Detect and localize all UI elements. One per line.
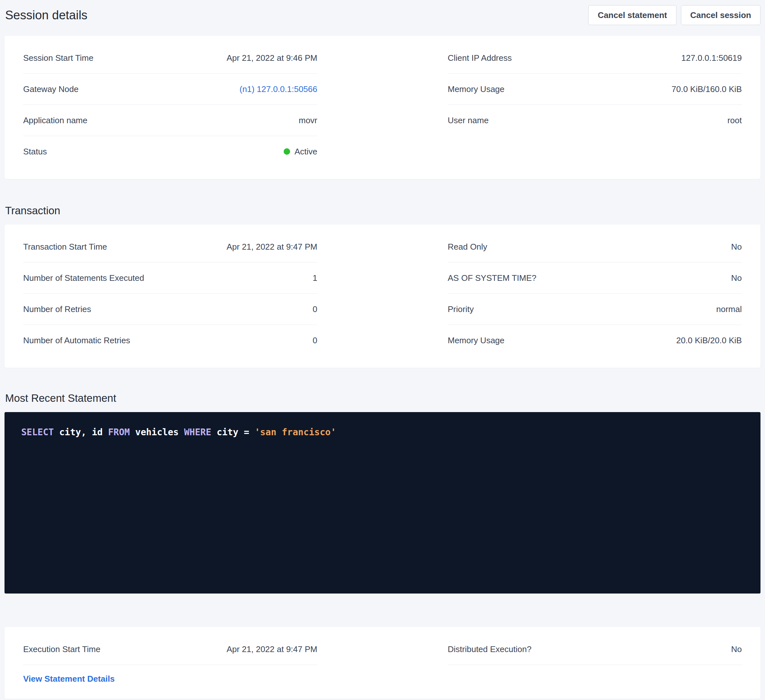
row-label: Number of Statements Executed — [23, 273, 144, 283]
row-value: Apr 21, 2022 at 9:47 PM — [227, 644, 318, 654]
statements-executed-row: Number of Statements Executed 1 — [23, 262, 318, 294]
row-value: root — [727, 115, 742, 126]
row-value: 1 — [313, 273, 317, 283]
row-label: Status — [23, 146, 47, 157]
row-label: Application name — [23, 115, 87, 126]
most-recent-statement-heading: Most Recent Statement — [5, 392, 760, 404]
session-summary-left-column: Session Start Time Apr 21, 2022 at 9:46 … — [23, 42, 318, 167]
row-label: Memory Usage — [448, 335, 505, 346]
execution-columns: Execution Start Time Apr 21, 2022 at 9:4… — [23, 634, 742, 695]
as-of-system-time-row: AS OF SYSTEM TIME? No — [448, 262, 742, 294]
row-label: Memory Usage — [448, 84, 505, 94]
sql-text: vehicles — [130, 427, 184, 438]
cancel-session-button[interactable]: Cancel session — [681, 5, 760, 25]
read-only-row: Read Only No — [448, 231, 742, 262]
row-label: Read Only — [448, 241, 488, 252]
execution-start-time-row: Execution Start Time Apr 21, 2022 at 9:4… — [23, 634, 318, 665]
view-statement-details-link[interactable]: View Statement Details — [23, 674, 115, 684]
row-value: Apr 21, 2022 at 9:46 PM — [227, 52, 318, 63]
row-label: Client IP Address — [448, 52, 512, 63]
execution-card: Execution Start Time Apr 21, 2022 at 9:4… — [5, 627, 760, 699]
page-title: Session details — [5, 8, 88, 22]
transaction-start-time-row: Transaction Start Time Apr 21, 2022 at 9… — [23, 231, 318, 262]
status-row: Status Active — [23, 136, 318, 167]
header-actions: Cancel statement Cancel session — [588, 5, 760, 25]
transaction-heading: Transaction — [5, 205, 760, 217]
session-summary-card: Session Start Time Apr 21, 2022 at 9:46 … — [5, 36, 760, 179]
row-value: normal — [716, 304, 742, 315]
sql-string-literal: 'san francisco' — [255, 427, 336, 438]
row-label: AS OF SYSTEM TIME? — [448, 273, 537, 283]
status-active-dot-icon — [284, 148, 290, 155]
distributed-execution-row: Distributed Execution? No — [448, 634, 742, 665]
row-value: 70.0 KiB/160.0 KiB — [672, 84, 742, 94]
sql-text: city, id — [54, 427, 108, 438]
row-label: Execution Start Time — [23, 644, 101, 654]
session-details-page: Session details Cancel statement Cancel … — [0, 0, 765, 700]
cancel-statement-button[interactable]: Cancel statement — [588, 5, 676, 25]
row-label: Session Start Time — [23, 52, 93, 63]
gateway-node-link[interactable]: (n1) 127.0.0.1:50566 — [239, 84, 317, 94]
transaction-right-column: Read Only No AS OF SYSTEM TIME? No Prior… — [448, 231, 742, 356]
row-label: Number of Retries — [23, 304, 91, 315]
row-label: User name — [448, 115, 489, 126]
execution-left-column: Execution Start Time Apr 21, 2022 at 9:4… — [23, 634, 318, 695]
session-memory-usage-row: Memory Usage 70.0 KiB/160.0 KiB — [448, 74, 742, 105]
transaction-memory-usage-row: Memory Usage 20.0 KiB/20.0 KiB — [448, 325, 742, 356]
row-value: 127.0.0.1:50619 — [681, 52, 742, 63]
page-header: Session details Cancel statement Cancel … — [5, 5, 760, 25]
row-label: Gateway Node — [23, 84, 79, 94]
row-value: No — [731, 241, 742, 252]
row-label: Priority — [448, 304, 474, 315]
transaction-columns: Transaction Start Time Apr 21, 2022 at 9… — [23, 231, 742, 356]
row-label: Distributed Execution? — [448, 644, 532, 654]
execution-right-column: Distributed Execution? No — [448, 634, 742, 665]
row-value: No — [731, 644, 742, 654]
priority-row: Priority normal — [448, 294, 742, 325]
row-value: movr — [299, 115, 318, 126]
transaction-card: Transaction Start Time Apr 21, 2022 at 9… — [5, 224, 760, 368]
session-status: Active — [284, 146, 318, 157]
row-value: 20.0 KiB/20.0 KiB — [676, 335, 742, 346]
user-name-row: User name root — [448, 105, 742, 136]
application-name-row: Application name movr — [23, 105, 318, 136]
sql-keyword: WHERE — [184, 427, 211, 438]
status-text: Active — [294, 146, 318, 157]
sql-text: city = — [211, 427, 255, 438]
sql-statement-box: SELECT city, id FROM vehicles WHERE city… — [5, 412, 760, 593]
transaction-left-column: Transaction Start Time Apr 21, 2022 at 9… — [23, 231, 318, 356]
row-value: 0 — [313, 335, 317, 346]
sql-keyword: SELECT — [21, 427, 54, 438]
session-summary-columns: Session Start Time Apr 21, 2022 at 9:46 … — [23, 42, 742, 167]
row-value: No — [731, 273, 742, 283]
number-of-retries-row: Number of Retries 0 — [23, 294, 318, 325]
view-statement-details-row: View Statement Details — [23, 665, 318, 695]
gateway-node-row: Gateway Node (n1) 127.0.0.1:50566 — [23, 74, 318, 105]
client-ip-row: Client IP Address 127.0.0.1:50619 — [448, 42, 742, 74]
session-start-time-row: Session Start Time Apr 21, 2022 at 9:46 … — [23, 42, 318, 74]
row-value: 0 — [313, 304, 317, 315]
session-summary-right-column: Client IP Address 127.0.0.1:50619 Memory… — [448, 42, 742, 136]
automatic-retries-row: Number of Automatic Retries 0 — [23, 325, 318, 356]
sql-keyword: FROM — [108, 427, 130, 438]
row-label: Transaction Start Time — [23, 241, 107, 252]
row-value: Apr 21, 2022 at 9:47 PM — [227, 241, 318, 252]
row-label: Number of Automatic Retries — [23, 335, 130, 346]
